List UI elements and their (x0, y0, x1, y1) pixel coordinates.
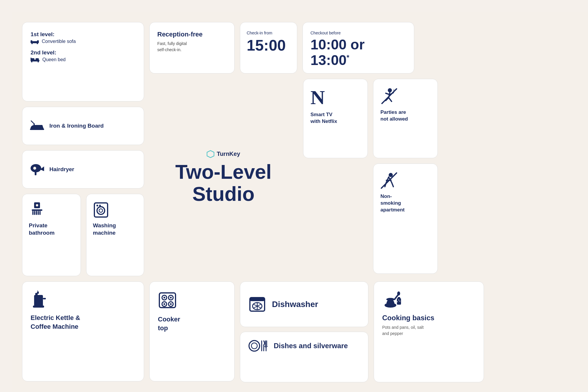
svg-rect-24 (39, 211, 41, 215)
svg-point-39 (389, 173, 393, 177)
svg-point-69 (386, 298, 395, 301)
dishes-icon (248, 338, 269, 353)
brand-name: TurnKey (217, 151, 240, 157)
dishwasher-icon (248, 297, 266, 312)
svg-rect-57 (250, 298, 265, 301)
netflix-card: N Smart TVwith Netflix (303, 79, 368, 158)
cooking-card: Cooking basics Pots and pans, oil, salta… (374, 281, 484, 382)
sleeping-card: 1st level: Convertible sofa 2nd level: Q… (22, 22, 144, 101)
checkout-time: 10:00 or 13:00* (310, 37, 406, 68)
iron-icon (29, 120, 45, 131)
svg-rect-3 (31, 40, 32, 43)
level2-label: 2nd level: (31, 49, 136, 56)
checkin-card: Check-in from 15:00 (240, 22, 297, 74)
svg-rect-20 (32, 211, 34, 215)
svg-point-18 (36, 204, 38, 206)
parties-card: ♪ Parties arenot allowed (373, 79, 438, 158)
svg-rect-22 (36, 211, 37, 215)
svg-rect-43 (37, 291, 39, 294)
svg-point-62 (249, 341, 260, 351)
svg-point-76 (397, 301, 398, 302)
svg-rect-73 (398, 297, 400, 299)
cooker-icon (158, 291, 177, 310)
cooker-label: Cookertop (158, 315, 226, 332)
level1-item: Convertible sofa (31, 39, 136, 44)
svg-point-31 (388, 88, 392, 92)
reception-title: Reception-free (157, 31, 227, 38)
iron-card: Iron & Ironing Board (22, 107, 144, 145)
svg-rect-6 (31, 61, 32, 62)
dishwasher-card: Dishwasher (240, 281, 368, 327)
bathroom-icon (29, 202, 45, 218)
studio-title: Two-LevelStudio (175, 161, 271, 205)
svg-point-63 (251, 343, 257, 349)
svg-point-29 (99, 205, 101, 206)
washing-card: Washingmachine (86, 194, 144, 276)
svg-line-34 (389, 98, 392, 101)
hairdryer-icon (29, 164, 45, 175)
svg-point-55 (170, 303, 172, 305)
svg-rect-15 (35, 172, 36, 175)
svg-rect-9 (36, 58, 39, 60)
center-logo-card: TurnKey Two-LevelStudio (149, 79, 298, 276)
cooking-icon (382, 290, 402, 309)
iron-label: Iron & Ironing Board (49, 123, 104, 129)
svg-point-53 (163, 303, 165, 305)
svg-point-71 (397, 291, 400, 296)
level2-item: Queen bed (31, 57, 136, 62)
sofa-icon (31, 39, 39, 44)
svg-point-27 (99, 209, 103, 212)
cooker-card: Cookertop (149, 281, 235, 381)
hairdryer-card: Hairdryer (22, 150, 144, 189)
parties-icon: ♪ (380, 87, 398, 105)
svg-rect-45 (33, 306, 44, 308)
svg-line-13 (31, 121, 34, 123)
nosmoking-label: Non-smokingapartment (380, 193, 405, 213)
reception-subtitle: Fast, fully digitalself-check-in. (157, 41, 227, 53)
svg-rect-41 (34, 295, 43, 306)
svg-rect-4 (37, 40, 39, 43)
svg-rect-23 (38, 211, 39, 215)
netflix-n: N (310, 87, 325, 107)
bed-icon (31, 57, 39, 62)
dishes-card: Dishes and silverware (240, 332, 368, 382)
svg-rect-21 (34, 211, 35, 215)
svg-point-16 (33, 167, 36, 170)
svg-rect-11 (30, 129, 44, 130)
nosmoking-card: Non-smokingapartment (373, 164, 438, 274)
washing-label: Washingmachine (93, 222, 116, 236)
level1-label: 1st level: (31, 31, 136, 38)
svg-rect-19 (32, 209, 42, 211)
washing-icon (93, 202, 109, 218)
bathroom-label: Privatebathroom (29, 222, 55, 236)
svg-point-26 (97, 207, 105, 214)
checkout-card: Checkout before 10:00 or 13:00* (303, 22, 414, 74)
svg-point-51 (170, 297, 172, 298)
svg-point-74 (398, 300, 399, 301)
kettle-card: Electric Kettle &Coffee Machine (22, 281, 144, 381)
kettle-label: Electric Kettle &Coffee Machine (31, 313, 136, 331)
nosmoking-icon (380, 172, 397, 189)
checkin-label: Check-in from (247, 31, 290, 35)
checkin-time: 15:00 (247, 37, 290, 54)
svg-point-75 (400, 301, 400, 302)
cooking-sub: Pots and pans, oil, saltand pepper (382, 324, 475, 337)
svg-point-28 (96, 205, 98, 206)
dishwasher-label: Dishwasher (272, 300, 318, 309)
bathroom-card: Privatebathroom (22, 194, 81, 276)
netflix-label: Smart TVwith Netflix (310, 111, 337, 125)
svg-rect-8 (31, 58, 34, 60)
turnkey-logo-icon (207, 150, 214, 158)
svg-rect-10 (31, 58, 31, 61)
svg-point-49 (163, 297, 165, 298)
reception-card: Reception-free Fast, fully digitalself-c… (149, 22, 235, 74)
parties-label: Parties arenot allowed (380, 109, 408, 123)
svg-rect-7 (38, 61, 39, 62)
dishes-label: Dishes and silverware (274, 342, 348, 350)
svg-marker-30 (207, 151, 214, 158)
kettle-icon (31, 291, 47, 308)
svg-rect-44 (43, 298, 46, 299)
checkout-label: Checkout before (310, 31, 406, 35)
cooking-label: Cooking basics (382, 314, 475, 322)
hairdryer-label: Hairdryer (49, 166, 74, 173)
